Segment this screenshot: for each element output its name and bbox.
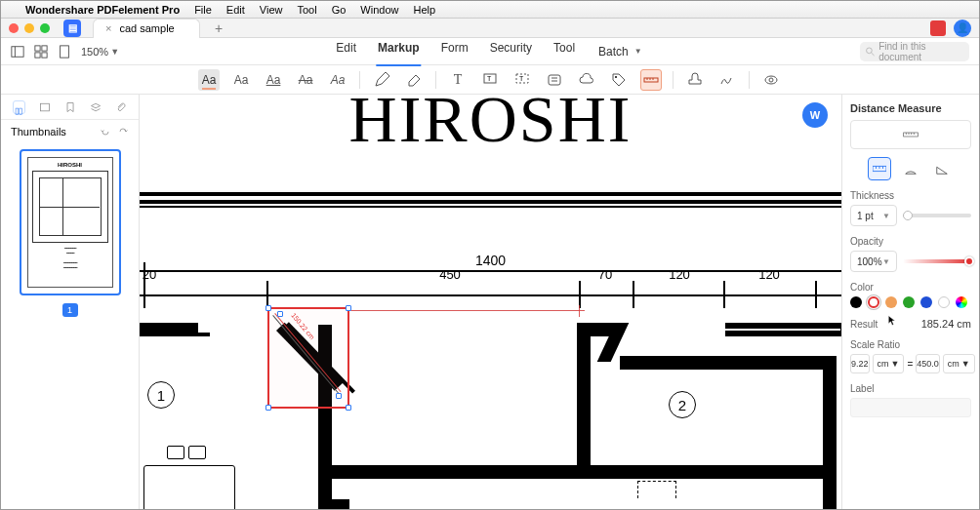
- menu-tool[interactable]: Tool: [297, 4, 316, 16]
- properties-panel: Distance Measure Thickness 1 pt▼ Opacity: [842, 95, 979, 509]
- distance-mode-button[interactable]: [868, 157, 891, 180]
- layers-icon[interactable]: [90, 100, 102, 114]
- zoom-select[interactable]: 150% ▼: [81, 46, 119, 58]
- tab-title: cad sample: [119, 22, 174, 34]
- text-box-button[interactable]: T: [447, 69, 469, 91]
- text-callout-button[interactable]: T: [511, 69, 533, 91]
- measure-preview: [850, 120, 971, 149]
- separator: [435, 71, 436, 89]
- color-swatch-black[interactable]: [850, 296, 862, 308]
- tab-markup[interactable]: Markup: [376, 37, 422, 66]
- text-style-button[interactable]: Aa: [230, 69, 252, 91]
- result-label: Result: [850, 319, 878, 330]
- resize-handle[interactable]: [265, 305, 271, 311]
- line-endpoint-handle[interactable]: [336, 393, 342, 399]
- pencil-button[interactable]: [371, 69, 392, 91]
- squiggly-button[interactable]: Aa: [327, 69, 348, 91]
- menu-window[interactable]: Window: [360, 4, 398, 16]
- tab-form[interactable]: Form: [439, 37, 470, 66]
- thumbnails-icon[interactable]: [13, 100, 25, 114]
- measure-button[interactable]: [640, 69, 662, 91]
- search-icon: [866, 47, 875, 57]
- tab-security[interactable]: Security: [488, 37, 534, 66]
- area-mode-button[interactable]: [930, 157, 954, 180]
- bookmark-icon[interactable]: [64, 100, 76, 114]
- document-tab[interactable]: × cad sample: [93, 19, 200, 38]
- color-swatch-blue[interactable]: [920, 296, 932, 308]
- dim-value: 70: [598, 267, 612, 282]
- minimize-window-icon[interactable]: [24, 23, 34, 33]
- shopping-bag-icon[interactable]: [930, 20, 946, 36]
- opacity-slider[interactable]: [903, 259, 971, 263]
- scale-to-unit-select[interactable]: cm▼: [943, 354, 975, 373]
- tab-edit[interactable]: Edit: [334, 37, 358, 66]
- tab-batch[interactable]: Batch▼: [594, 37, 646, 66]
- label-input[interactable]: [850, 398, 971, 417]
- sidebar-toggle-icon[interactable]: [11, 45, 24, 59]
- resize-handle[interactable]: [346, 305, 351, 311]
- new-tab-button[interactable]: +: [210, 20, 227, 36]
- menubar-appname[interactable]: Wondershare PDFelement Pro: [25, 4, 180, 16]
- menu-go[interactable]: Go: [332, 4, 347, 16]
- close-tab-icon[interactable]: ×: [105, 22, 111, 34]
- search-input[interactable]: Find in this document: [860, 42, 969, 61]
- fullscreen-window-icon[interactable]: [40, 23, 50, 33]
- note-button[interactable]: [544, 69, 565, 91]
- chevron-down-icon: ▼: [633, 43, 644, 59]
- tag-button[interactable]: [608, 69, 630, 91]
- resize-handle[interactable]: [346, 405, 351, 411]
- color-picker-button[interactable]: [956, 296, 967, 308]
- label-label: Label: [850, 383, 971, 394]
- thickness-label: Thickness: [850, 190, 971, 201]
- strikethrough-button[interactable]: Aa: [295, 69, 316, 91]
- resize-handle[interactable]: [265, 405, 271, 411]
- user-avatar-icon[interactable]: 👤: [954, 20, 971, 37]
- line-endpoint-handle[interactable]: [277, 311, 283, 317]
- menu-edit[interactable]: Edit: [226, 4, 245, 16]
- menu-file[interactable]: File: [194, 4, 212, 16]
- page-number-badge[interactable]: 1: [62, 303, 78, 317]
- furniture: [167, 446, 184, 459]
- signature-button[interactable]: [716, 69, 738, 91]
- dim-value: 450: [439, 267, 461, 282]
- close-window-icon[interactable]: [9, 23, 19, 33]
- attachment-icon[interactable]: [115, 100, 127, 114]
- grid-view-icon[interactable]: [34, 45, 48, 59]
- opacity-select[interactable]: 100%▼: [850, 251, 897, 272]
- hide-annotations-button[interactable]: [760, 69, 782, 91]
- color-swatches: [850, 296, 971, 308]
- color-swatch-green[interactable]: [903, 296, 915, 308]
- app-logo-icon[interactable]: ▤: [63, 20, 81, 37]
- measure-selection[interactable]: 150.22 cm: [267, 307, 349, 409]
- thickness-slider[interactable]: [903, 214, 971, 217]
- rotate-right-icon[interactable]: [117, 126, 129, 137]
- menu-help[interactable]: Help: [413, 4, 435, 16]
- zoom-value: 150%: [81, 46, 108, 58]
- thickness-select[interactable]: 1 pt▼: [850, 205, 897, 226]
- scale-to-input[interactable]: 450.0: [916, 354, 940, 373]
- document-canvas[interactable]: HIROSHI 1400 20 450 70 120 120: [140, 95, 842, 509]
- svg-rect-23: [16, 108, 19, 114]
- color-swatch-white[interactable]: [938, 296, 950, 308]
- callout-button[interactable]: T: [479, 69, 501, 91]
- perimeter-mode-button[interactable]: [899, 157, 922, 180]
- export-word-button[interactable]: W: [802, 102, 828, 128]
- page-view-icon[interactable]: [58, 45, 71, 59]
- highlight-text-button[interactable]: Aa: [198, 69, 220, 91]
- page-thumbnail[interactable]: HIROSHI ━━━━━━━━━━━━━━━━━━━━━━━━: [20, 149, 121, 295]
- separator: [359, 71, 360, 89]
- underline-button[interactable]: Aa: [263, 69, 284, 91]
- outline-icon[interactable]: [39, 100, 51, 114]
- scale-from-unit-select[interactable]: cm▼: [873, 354, 905, 373]
- tab-tool[interactable]: Tool: [551, 37, 577, 66]
- rotate-left-icon[interactable]: [100, 126, 111, 137]
- color-swatch-orange[interactable]: [885, 296, 897, 308]
- color-swatch-red-outline[interactable]: [868, 296, 879, 308]
- cloud-button[interactable]: [576, 69, 597, 91]
- room-number: 1: [147, 381, 175, 409]
- stamp-button[interactable]: [684, 69, 706, 91]
- eraser-button[interactable]: [403, 69, 425, 91]
- svg-point-7: [867, 48, 873, 54]
- scale-from-input[interactable]: 9.22: [850, 354, 870, 373]
- menu-view[interactable]: View: [260, 4, 283, 16]
